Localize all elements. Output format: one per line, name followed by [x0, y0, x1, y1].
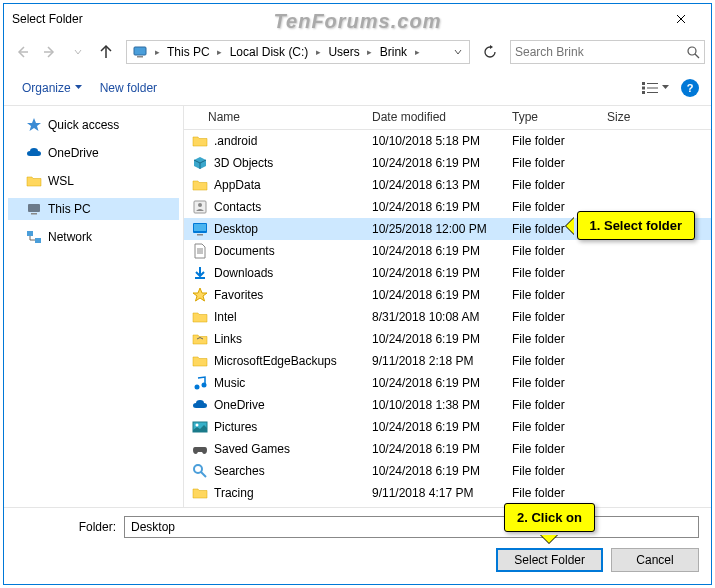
file-date: 10/24/2018 6:19 PM: [364, 244, 504, 258]
table-row[interactable]: MicrosoftEdgeBackups9/11/2018 2:18 PMFil…: [184, 350, 711, 372]
file-type: File folder: [504, 310, 599, 324]
table-row[interactable]: Music10/24/2018 6:19 PMFile folder: [184, 372, 711, 394]
svg-rect-3: [642, 82, 645, 85]
search-icon: [687, 46, 700, 59]
file-type: File folder: [504, 486, 599, 500]
close-button[interactable]: [658, 4, 703, 34]
table-row[interactable]: 3D Objects10/24/2018 6:19 PMFile folder: [184, 152, 711, 174]
back-button[interactable]: [10, 40, 34, 64]
pictures-icon: [192, 419, 208, 435]
organize-menu[interactable]: Organize: [16, 77, 88, 99]
table-row[interactable]: Favorites10/24/2018 6:19 PMFile folder: [184, 284, 711, 306]
cancel-button[interactable]: Cancel: [611, 548, 699, 572]
folder-icon: [192, 309, 208, 325]
refresh-button[interactable]: [478, 40, 502, 64]
recent-dropdown[interactable]: [66, 40, 90, 64]
new-folder-label: New folder: [100, 81, 157, 95]
view-icon: [642, 82, 658, 94]
search-box[interactable]: [510, 40, 705, 64]
file-rows: .android10/10/2018 5:18 PMFile folder3D …: [184, 130, 711, 507]
table-row[interactable]: Downloads10/24/2018 6:19 PMFile folder: [184, 262, 711, 284]
dialog-body: Quick accessOneDriveWSLThis PCNetwork Na…: [4, 106, 711, 508]
table-row[interactable]: Documents10/24/2018 6:19 PMFile folder: [184, 240, 711, 262]
svg-rect-5: [642, 86, 645, 89]
table-row[interactable]: AppData10/24/2018 6:13 PMFile folder: [184, 174, 711, 196]
sidebar: Quick accessOneDriveWSLThis PCNetwork: [4, 106, 184, 507]
chevron-down-icon: [662, 84, 669, 91]
table-row[interactable]: Tracing9/11/2018 4:17 PMFile folder: [184, 482, 711, 504]
breadcrumb-segment[interactable]: Users: [324, 45, 363, 59]
table-row[interactable]: Intel8/31/2018 10:08 AMFile folder: [184, 306, 711, 328]
table-row[interactable]: Saved Games10/24/2018 6:19 PMFile folder: [184, 438, 711, 460]
file-type: File folder: [504, 244, 599, 258]
file-name: Documents: [214, 244, 275, 258]
sidebar-item-quick-access[interactable]: Quick access: [8, 114, 179, 136]
up-button[interactable]: [94, 40, 118, 64]
file-date: 9/11/2018 4:17 PM: [364, 486, 504, 500]
cube-icon: [192, 155, 208, 171]
file-type: File folder: [504, 376, 599, 390]
table-row[interactable]: OneDrive10/10/2018 1:38 PMFile folder: [184, 394, 711, 416]
search-input[interactable]: [515, 45, 687, 59]
file-date: 10/24/2018 6:19 PM: [364, 420, 504, 434]
table-row[interactable]: Links10/24/2018 6:19 PMFile folder: [184, 328, 711, 350]
sidebar-item-label: WSL: [48, 174, 74, 188]
table-row[interactable]: Videos10/24/2018 6:19 PMFile folder: [184, 504, 711, 507]
forward-button[interactable]: [38, 40, 62, 64]
file-name: Contacts: [214, 200, 261, 214]
breadcrumb-segment[interactable]: Brink: [376, 45, 411, 59]
cloud-icon: [192, 397, 208, 413]
column-date[interactable]: Date modified: [364, 106, 504, 129]
breadcrumb-dropdown[interactable]: [449, 42, 467, 62]
file-name: MicrosoftEdgeBackups: [214, 354, 337, 368]
close-icon: [676, 14, 686, 24]
file-date: 10/24/2018 6:19 PM: [364, 442, 504, 456]
file-date: 10/24/2018 6:19 PM: [364, 288, 504, 302]
sidebar-item-label: Network: [48, 230, 92, 244]
help-button[interactable]: ?: [681, 79, 699, 97]
column-name[interactable]: Name: [184, 106, 364, 129]
file-type: File folder: [504, 178, 599, 192]
contacts-icon: [192, 199, 208, 215]
sidebar-item-network[interactable]: Network: [8, 226, 179, 248]
file-name: Searches: [214, 464, 265, 478]
file-name: Links: [214, 332, 242, 346]
file-name: Favorites: [214, 288, 263, 302]
table-row[interactable]: .android10/10/2018 5:18 PMFile folder: [184, 130, 711, 152]
column-size[interactable]: Size: [599, 106, 659, 129]
svg-point-23: [194, 465, 202, 473]
arrow-right-icon: [42, 44, 58, 60]
callout-click-on: 2. Click on: [504, 503, 595, 532]
svg-rect-12: [35, 238, 41, 243]
music-icon: [192, 375, 208, 391]
svg-rect-18: [195, 277, 205, 279]
file-date: 10/10/2018 1:38 PM: [364, 398, 504, 412]
file-list: Name Date modified Type Size .android10/…: [184, 106, 711, 507]
table-row[interactable]: Pictures10/24/2018 6:19 PMFile folder: [184, 416, 711, 438]
svg-rect-10: [31, 213, 37, 215]
folder-input[interactable]: [124, 516, 699, 538]
column-headers: Name Date modified Type Size: [184, 106, 711, 130]
breadcrumb-bar[interactable]: ▸ This PC▸Local Disk (C:)▸Users▸Brink▸: [126, 40, 470, 64]
svg-rect-0: [134, 47, 146, 55]
navigation-bar: ▸ This PC▸Local Disk (C:)▸Users▸Brink▸: [4, 34, 711, 70]
sidebar-item-label: Quick access: [48, 118, 119, 132]
table-row[interactable]: Searches10/24/2018 6:19 PMFile folder: [184, 460, 711, 482]
svg-rect-17: [197, 234, 203, 236]
new-folder-button[interactable]: New folder: [94, 77, 163, 99]
chevron-down-icon: [75, 84, 82, 91]
svg-rect-9: [28, 204, 40, 212]
file-type: File folder: [504, 420, 599, 434]
sidebar-item-onedrive[interactable]: OneDrive: [8, 142, 179, 164]
titlebar: Select Folder: [4, 4, 711, 34]
svg-point-22: [196, 424, 199, 427]
sidebar-item-wsl[interactable]: WSL: [8, 170, 179, 192]
view-menu[interactable]: [636, 78, 675, 98]
dialog-footer: Folder: Select Folder Cancel: [4, 508, 711, 584]
column-type[interactable]: Type: [504, 106, 599, 129]
breadcrumb-segment[interactable]: Local Disk (C:): [226, 45, 313, 59]
breadcrumb-segment[interactable]: This PC: [163, 45, 214, 59]
callout-select-folder: 1. Select folder: [577, 211, 695, 240]
sidebar-item-this-pc[interactable]: This PC: [8, 198, 179, 220]
dialog-window: Select Folder ▸ This PC▸Local Disk (C:)▸…: [3, 3, 712, 585]
